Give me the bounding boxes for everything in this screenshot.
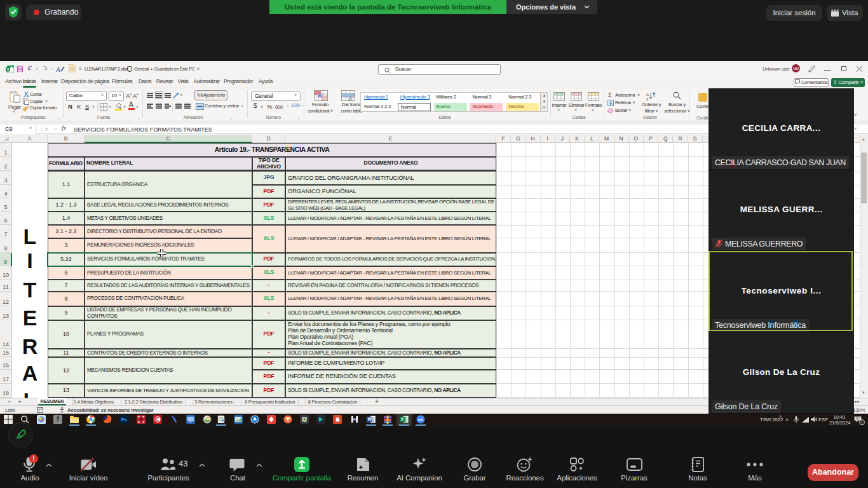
svg-text:Ps: Ps [121, 417, 127, 423]
svg-text:A: A [56, 65, 60, 73]
svg-text:˅: ˅ [180, 92, 183, 98]
svg-text:X: X [401, 417, 404, 421]
svg-text:Z: Z [646, 97, 649, 100]
svg-text:X: X [6, 67, 9, 71]
svg-text:zm: zm [417, 417, 423, 421]
svg-text:W: W [367, 417, 372, 421]
svg-text:˅: ˅ [51, 66, 54, 72]
svg-text:A: A [646, 93, 649, 97]
svg-text:˅: ˅ [36, 66, 39, 72]
